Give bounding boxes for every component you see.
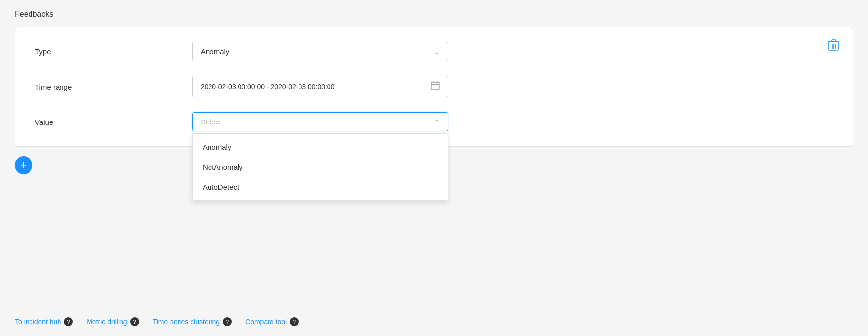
page-title: Feedbacks	[15, 10, 853, 19]
delete-button[interactable]	[826, 37, 841, 56]
value-label: Value	[35, 112, 192, 126]
value-row: Value Select ⌃ Anomaly NotAnomaly AutoDe…	[35, 112, 833, 131]
feedback-card: Type Anomaly ⌄ Time range 2020-02-03 00:…	[15, 27, 853, 147]
time-range-row: Time range 2020-02-03 00:00:00 - 2020-02…	[35, 76, 833, 97]
dropdown-option-anomaly[interactable]: Anomaly	[193, 137, 448, 157]
chevron-up-icon: ⌃	[434, 118, 440, 126]
chevron-down-icon: ⌄	[434, 48, 440, 56]
to-incident-hub-link[interactable]: To incident hub	[15, 318, 61, 326]
time-range-input[interactable]: 2020-02-03 00:00:00 - 2020-02-03 00:00:0…	[192, 76, 448, 97]
time-range-control: 2020-02-03 00:00:00 - 2020-02-03 00:00:0…	[192, 76, 448, 97]
compare-tool-help-icon[interactable]: ?	[290, 317, 299, 326]
time-series-clustering-link[interactable]: Time-series clustering	[153, 318, 220, 326]
footer-links: To incident hub ? Metric drilling ? Time…	[15, 317, 299, 326]
type-control: Anomaly ⌄	[192, 42, 448, 61]
time-range-label: Time range	[35, 83, 192, 91]
metric-drilling-help-icon[interactable]: ?	[130, 317, 139, 326]
dropdown-option-notanomaly[interactable]: NotAnomaly	[193, 157, 448, 177]
calendar-icon	[431, 81, 440, 92]
time-series-clustering-help-icon[interactable]: ?	[223, 317, 232, 326]
svg-rect-5	[431, 82, 439, 90]
type-row: Type Anomaly ⌄	[35, 42, 833, 61]
value-control: Select ⌃ Anomaly NotAnomaly AutoDetect	[192, 112, 448, 131]
type-select[interactable]: Anomaly ⌄	[192, 42, 448, 61]
value-dropdown: Anomaly NotAnomaly AutoDetect	[192, 133, 448, 201]
dropdown-option-autodetect[interactable]: AutoDetect	[193, 177, 448, 197]
compare-tool-link[interactable]: Compare tool	[245, 318, 287, 326]
type-label: Type	[35, 47, 192, 56]
value-select[interactable]: Select ⌃	[192, 112, 448, 131]
add-feedback-button[interactable]: +	[15, 156, 32, 174]
time-range-value: 2020-02-03 00:00:00 - 2020-02-03 00:00:0…	[201, 83, 334, 91]
type-value: Anomaly	[201, 47, 229, 56]
metric-drilling-link[interactable]: Metric drilling	[87, 318, 127, 326]
to-incident-hub-help-icon[interactable]: ?	[64, 317, 73, 326]
value-placeholder: Select	[201, 118, 221, 126]
